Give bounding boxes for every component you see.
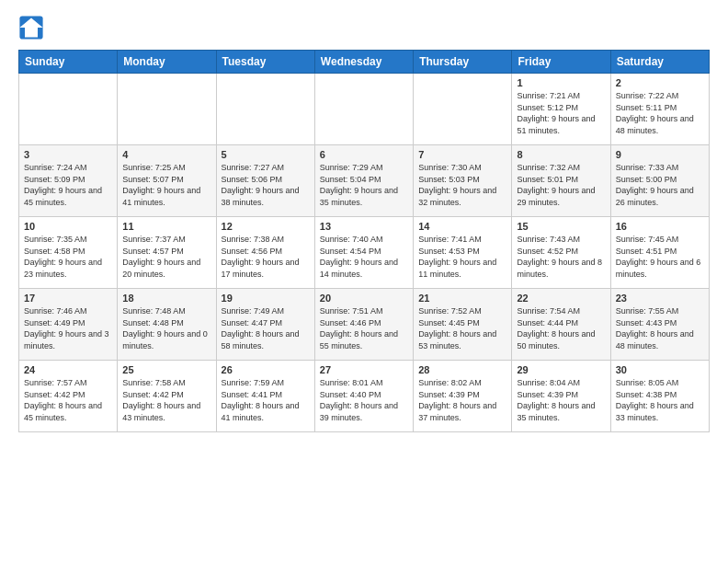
day-info: Sunrise: 7:24 AM Sunset: 5:09 PM Dayligh…	[24, 162, 112, 208]
day-info: Sunrise: 7:55 AM Sunset: 4:43 PM Dayligh…	[616, 305, 704, 351]
day-info: Sunrise: 7:51 AM Sunset: 4:46 PM Dayligh…	[320, 305, 408, 351]
day-number: 18	[122, 293, 210, 304]
day-info: Sunrise: 7:22 AM Sunset: 5:11 PM Dayligh…	[616, 90, 704, 136]
day-info: Sunrise: 7:54 AM Sunset: 4:44 PM Dayligh…	[517, 305, 605, 351]
day-info: Sunrise: 7:33 AM Sunset: 5:00 PM Dayligh…	[616, 162, 704, 208]
day-number: 20	[320, 293, 408, 304]
day-number: 3	[24, 149, 112, 160]
day-cell-29: 29Sunrise: 8:04 AM Sunset: 4:39 PM Dayli…	[512, 361, 610, 432]
day-cell-7: 7Sunrise: 7:30 AM Sunset: 5:03 PM Daylig…	[414, 145, 512, 217]
day-info: Sunrise: 7:41 AM Sunset: 4:53 PM Dayligh…	[418, 234, 506, 280]
day-cell-27: 27Sunrise: 8:01 AM Sunset: 4:40 PM Dayli…	[314, 361, 413, 432]
logo	[18, 15, 48, 40]
day-cell-8: 8Sunrise: 7:32 AM Sunset: 5:01 PM Daylig…	[512, 145, 610, 217]
day-cell-30: 30Sunrise: 8:05 AM Sunset: 4:38 PM Dayli…	[610, 361, 709, 432]
day-cell-28: 28Sunrise: 8:02 AM Sunset: 4:39 PM Dayli…	[414, 361, 512, 432]
empty-cell	[314, 74, 413, 145]
day-info: Sunrise: 7:45 AM Sunset: 4:51 PM Dayligh…	[616, 234, 704, 280]
day-number: 5	[222, 149, 310, 160]
day-cell-4: 4Sunrise: 7:25 AM Sunset: 5:07 PM Daylig…	[118, 145, 216, 217]
day-number: 26	[222, 364, 310, 375]
day-cell-12: 12Sunrise: 7:38 AM Sunset: 4:56 PM Dayli…	[216, 217, 314, 289]
week-row-1: 1Sunrise: 7:21 AM Sunset: 5:12 PM Daylig…	[19, 74, 710, 145]
day-cell-1: 1Sunrise: 7:21 AM Sunset: 5:12 PM Daylig…	[512, 74, 610, 145]
day-info: Sunrise: 7:48 AM Sunset: 4:48 PM Dayligh…	[122, 305, 210, 351]
day-info: Sunrise: 7:29 AM Sunset: 5:04 PM Dayligh…	[320, 162, 408, 208]
day-number: 29	[517, 364, 605, 375]
day-number: 27	[320, 364, 408, 375]
day-number: 11	[122, 221, 210, 232]
day-number: 4	[122, 149, 210, 160]
day-cell-21: 21Sunrise: 7:52 AM Sunset: 4:45 PM Dayli…	[414, 289, 512, 361]
week-row-2: 3Sunrise: 7:24 AM Sunset: 5:09 PM Daylig…	[19, 145, 710, 217]
column-header-sunday: Sunday	[19, 51, 118, 74]
column-header-thursday: Thursday	[414, 51, 512, 74]
day-cell-22: 22Sunrise: 7:54 AM Sunset: 4:44 PM Dayli…	[512, 289, 610, 361]
column-header-saturday: Saturday	[610, 51, 709, 74]
day-cell-6: 6Sunrise: 7:29 AM Sunset: 5:04 PM Daylig…	[314, 145, 413, 217]
day-info: Sunrise: 7:52 AM Sunset: 4:45 PM Dayligh…	[418, 305, 506, 351]
day-info: Sunrise: 8:02 AM Sunset: 4:39 PM Dayligh…	[418, 377, 506, 423]
day-info: Sunrise: 7:49 AM Sunset: 4:47 PM Dayligh…	[222, 305, 310, 351]
day-number: 8	[517, 149, 605, 160]
empty-cell	[414, 74, 512, 145]
day-number: 23	[616, 293, 704, 304]
day-cell-14: 14Sunrise: 7:41 AM Sunset: 4:53 PM Dayli…	[414, 217, 512, 289]
day-info: Sunrise: 7:30 AM Sunset: 5:03 PM Dayligh…	[418, 162, 506, 208]
day-cell-9: 9Sunrise: 7:33 AM Sunset: 5:00 PM Daylig…	[610, 145, 709, 217]
day-cell-10: 10Sunrise: 7:35 AM Sunset: 4:58 PM Dayli…	[19, 217, 118, 289]
day-number: 15	[517, 221, 605, 232]
day-number: 14	[418, 221, 506, 232]
day-cell-15: 15Sunrise: 7:43 AM Sunset: 4:52 PM Dayli…	[512, 217, 610, 289]
day-number: 16	[616, 221, 704, 232]
day-number: 1	[517, 77, 605, 88]
day-number: 10	[24, 221, 112, 232]
logo-icon	[18, 15, 44, 40]
header	[18, 15, 710, 40]
day-cell-18: 18Sunrise: 7:48 AM Sunset: 4:48 PM Dayli…	[118, 289, 216, 361]
column-header-tuesday: Tuesday	[216, 51, 314, 74]
day-number: 6	[320, 149, 408, 160]
day-info: Sunrise: 7:43 AM Sunset: 4:52 PM Dayligh…	[517, 234, 605, 280]
calendar-body: 1Sunrise: 7:21 AM Sunset: 5:12 PM Daylig…	[19, 74, 710, 432]
calendar-header: SundayMondayTuesdayWednesdayThursdayFrid…	[19, 51, 710, 74]
day-info: Sunrise: 8:01 AM Sunset: 4:40 PM Dayligh…	[320, 377, 408, 423]
day-info: Sunrise: 7:40 AM Sunset: 4:54 PM Dayligh…	[320, 234, 408, 280]
day-cell-19: 19Sunrise: 7:49 AM Sunset: 4:47 PM Dayli…	[216, 289, 314, 361]
day-cell-11: 11Sunrise: 7:37 AM Sunset: 4:57 PM Dayli…	[118, 217, 216, 289]
day-number: 13	[320, 221, 408, 232]
day-number: 30	[616, 364, 704, 375]
day-cell-25: 25Sunrise: 7:58 AM Sunset: 4:42 PM Dayli…	[118, 361, 216, 432]
page: SundayMondayTuesdayWednesdayThursdayFrid…	[0, 0, 728, 442]
column-header-monday: Monday	[118, 51, 216, 74]
day-info: Sunrise: 7:58 AM Sunset: 4:42 PM Dayligh…	[122, 377, 210, 423]
day-number: 2	[616, 77, 704, 88]
day-number: 12	[222, 221, 310, 232]
day-cell-23: 23Sunrise: 7:55 AM Sunset: 4:43 PM Dayli…	[610, 289, 709, 361]
day-number: 24	[24, 364, 112, 375]
day-number: 22	[517, 293, 605, 304]
day-number: 19	[222, 293, 310, 304]
day-cell-17: 17Sunrise: 7:46 AM Sunset: 4:49 PM Dayli…	[19, 289, 118, 361]
day-number: 9	[616, 149, 704, 160]
day-cell-26: 26Sunrise: 7:59 AM Sunset: 4:41 PM Dayli…	[216, 361, 314, 432]
day-info: Sunrise: 7:27 AM Sunset: 5:06 PM Dayligh…	[222, 162, 310, 208]
day-number: 28	[418, 364, 506, 375]
day-info: Sunrise: 7:35 AM Sunset: 4:58 PM Dayligh…	[24, 234, 112, 280]
day-info: Sunrise: 7:38 AM Sunset: 4:56 PM Dayligh…	[222, 234, 310, 280]
header-row: SundayMondayTuesdayWednesdayThursdayFrid…	[19, 51, 710, 74]
day-info: Sunrise: 8:05 AM Sunset: 4:38 PM Dayligh…	[616, 377, 704, 423]
day-cell-24: 24Sunrise: 7:57 AM Sunset: 4:42 PM Dayli…	[19, 361, 118, 432]
day-info: Sunrise: 7:21 AM Sunset: 5:12 PM Dayligh…	[517, 90, 605, 136]
day-cell-5: 5Sunrise: 7:27 AM Sunset: 5:06 PM Daylig…	[216, 145, 314, 217]
day-info: Sunrise: 7:32 AM Sunset: 5:01 PM Dayligh…	[517, 162, 605, 208]
empty-cell	[118, 74, 216, 145]
week-row-5: 24Sunrise: 7:57 AM Sunset: 4:42 PM Dayli…	[19, 361, 710, 432]
day-info: Sunrise: 7:59 AM Sunset: 4:41 PM Dayligh…	[222, 377, 310, 423]
day-cell-3: 3Sunrise: 7:24 AM Sunset: 5:09 PM Daylig…	[19, 145, 118, 217]
day-info: Sunrise: 7:25 AM Sunset: 5:07 PM Dayligh…	[122, 162, 210, 208]
empty-cell	[19, 74, 118, 145]
day-cell-16: 16Sunrise: 7:45 AM Sunset: 4:51 PM Dayli…	[610, 217, 709, 289]
day-number: 25	[122, 364, 210, 375]
day-number: 17	[24, 293, 112, 304]
